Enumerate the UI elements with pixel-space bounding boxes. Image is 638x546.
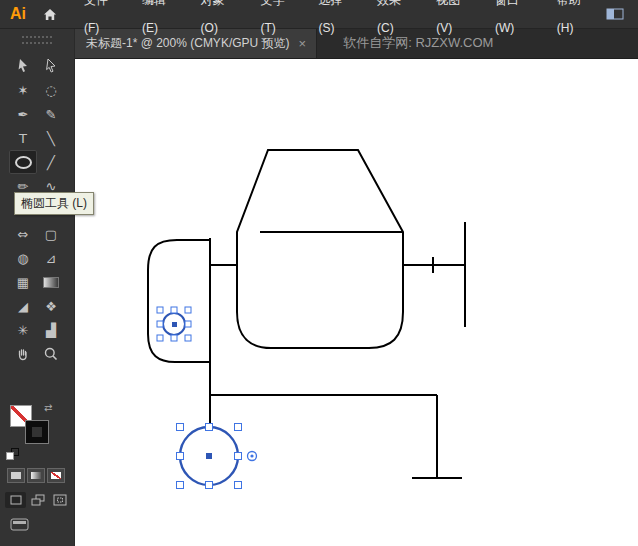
tools-panel: ✶ ◌ ✒ ✎ T ╲ ╱ ✏ ∿ ↻ ⇲ ⇔ ▢ ◍ ⊿ ▦ ◢ ❖ ✳ ▟	[0, 28, 75, 546]
width-tool[interactable]: ⇔	[9, 222, 37, 246]
menu-type[interactable]: 文字(T)	[250, 0, 308, 42]
canvas-area[interactable]	[74, 58, 638, 546]
magic-wand-icon: ✶	[18, 83, 29, 98]
menu-items: 文件(F) 编辑(E) 对象(O) 文字(T) 选择(S) 效果(C) 视图(V…	[74, 0, 606, 42]
gradient-swatch-icon	[31, 472, 41, 479]
blend-icon: ❖	[45, 299, 57, 314]
column-graph-tool[interactable]: ▟	[37, 318, 65, 342]
tool-tooltip: 椭圆工具 (L)	[14, 192, 94, 215]
stroke-swatch-black[interactable]	[26, 421, 48, 443]
menu-bar: Ai 文件(F) 编辑(E) 对象(O) 文字(T) 选择(S) 效果(C) 视…	[0, 0, 638, 29]
menu-view[interactable]: 视图(V)	[426, 0, 485, 42]
magic-wand-tool[interactable]: ✶	[9, 78, 37, 102]
screen-mode-button[interactable]	[10, 518, 30, 532]
hand-icon	[15, 346, 31, 362]
draw-inside-icon	[52, 494, 68, 506]
apply-gradient-button[interactable]	[27, 468, 45, 483]
ellipse-icon	[15, 156, 32, 169]
menu-edit[interactable]: 编辑(E)	[132, 0, 191, 42]
selection-arrow-icon	[15, 58, 31, 74]
line-segment-icon: ╲	[47, 131, 55, 146]
direct-selection-arrow-icon	[43, 58, 59, 74]
line-segment-tool[interactable]: ╲	[37, 126, 65, 150]
type-tool[interactable]: T	[9, 126, 37, 150]
apply-none-button[interactable]	[47, 468, 65, 483]
motor-housing	[148, 240, 210, 362]
free-transform-icon: ▢	[45, 227, 57, 242]
screen-mode-icon	[10, 518, 30, 532]
column-graph-icon: ▟	[46, 323, 56, 338]
live-shape-widget-dot	[250, 454, 253, 457]
draw-normal-button[interactable]	[5, 492, 26, 508]
symbol-sprayer-icon: ✳	[18, 323, 29, 338]
shape-builder-tool[interactable]: ◍	[9, 246, 37, 270]
hand-tool[interactable]	[9, 342, 37, 366]
default-fill-square	[6, 452, 14, 460]
color-swatch-icon	[11, 472, 21, 479]
zoom-icon	[43, 346, 59, 362]
mixer-drawing[interactable]	[148, 150, 465, 478]
gradient-icon	[43, 277, 59, 288]
draw-behind-icon	[30, 494, 46, 506]
curvature-icon: ✎	[46, 107, 57, 122]
symbol-sprayer-tool[interactable]: ✳	[9, 318, 37, 342]
selection-tool[interactable]	[9, 54, 37, 78]
home-icon[interactable]	[42, 7, 58, 22]
mixer-drum	[237, 150, 403, 348]
arrange-documents-icon[interactable]	[606, 7, 624, 21]
illustrator-window: Ai 文件(F) 编辑(E) 对象(O) 文字(T) 选择(S) 效果(C) 视…	[0, 0, 638, 546]
selected-small-circle[interactable]	[157, 307, 191, 341]
eyedropper-tool[interactable]: ◢	[9, 294, 37, 318]
menu-help[interactable]: 帮助(H)	[547, 0, 606, 42]
ellipse-tool[interactable]	[9, 150, 37, 174]
perspective-grid-icon: ⊿	[46, 251, 57, 266]
blend-tool[interactable]: ❖	[37, 294, 65, 318]
curvature-tool[interactable]: ✎	[37, 102, 65, 126]
pen-icon: ✒	[18, 107, 29, 122]
small-circle-center-point[interactable]	[172, 322, 177, 327]
menu-object[interactable]: 对象(O)	[191, 0, 251, 42]
artboard[interactable]	[74, 58, 638, 546]
gradient-tool[interactable]	[37, 270, 65, 294]
pen-tool[interactable]: ✒	[9, 102, 37, 126]
draw-inside-button[interactable]	[49, 492, 70, 508]
free-transform-tool[interactable]: ▢	[37, 222, 65, 246]
width-icon: ⇔	[18, 227, 29, 242]
toolbar-grip[interactable]	[22, 36, 52, 44]
app-logo: Ai	[10, 5, 26, 23]
menu-file[interactable]: 文件(F)	[74, 0, 132, 42]
fill-stroke-control: ⇄	[10, 405, 56, 451]
default-fill-stroke-icon[interactable]	[6, 448, 19, 461]
draw-behind-button[interactable]	[27, 492, 48, 508]
shape-builder-icon: ◍	[17, 251, 28, 266]
none-swatch-icon	[51, 472, 61, 479]
lasso-icon: ◌	[45, 83, 56, 98]
mesh-icon: ▦	[17, 275, 29, 290]
apply-color-button[interactable]	[7, 468, 25, 483]
zoom-tool[interactable]	[37, 342, 65, 366]
menu-select[interactable]: 选择(S)	[308, 0, 367, 42]
direct-selection-tool[interactable]	[37, 54, 65, 78]
large-circle-center-point[interactable]	[206, 453, 212, 459]
mesh-tool[interactable]: ▦	[9, 270, 37, 294]
swap-fill-stroke-icon[interactable]: ⇄	[44, 402, 52, 413]
selected-large-circle[interactable]	[177, 424, 257, 489]
lasso-tool[interactable]: ◌	[37, 78, 65, 102]
draw-normal-icon	[8, 494, 24, 506]
eyedropper-icon: ◢	[18, 299, 28, 314]
layout-grid-icon	[606, 7, 624, 21]
paintbrush-tool[interactable]: ╱	[37, 150, 65, 174]
type-icon: T	[19, 131, 27, 146]
perspective-grid-tool[interactable]: ⊿	[37, 246, 65, 270]
menu-effect[interactable]: 效果(C)	[367, 0, 426, 42]
menu-window[interactable]: 窗口(W)	[485, 0, 547, 42]
apply-style-buttons	[7, 468, 65, 483]
drawing-mode-buttons	[5, 492, 70, 508]
house-icon	[42, 7, 58, 22]
paintbrush-icon: ╱	[47, 155, 55, 170]
